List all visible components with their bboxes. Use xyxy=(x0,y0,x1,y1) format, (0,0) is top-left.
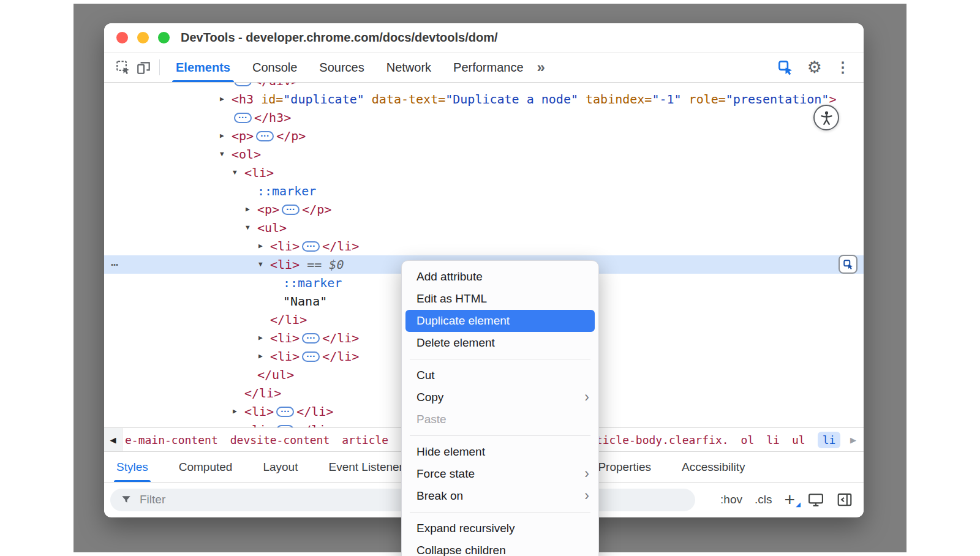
expand-arrow-icon[interactable]: ▶ xyxy=(246,200,250,219)
token-attr: data-text= xyxy=(372,92,445,107)
expand-arrow-icon[interactable]: ▶ xyxy=(233,421,237,427)
tab-accessibility[interactable]: Accessibility xyxy=(672,452,755,482)
expand-arrow-icon[interactable]: ▶ xyxy=(258,237,263,255)
token-pseudo: ::marker xyxy=(257,184,316,198)
inspect-badge-icon[interactable] xyxy=(839,255,858,274)
context-menu-item-hide-element[interactable]: Hide element xyxy=(402,441,598,463)
kebab-menu-icon[interactable]: ⋮ xyxy=(835,60,850,75)
dom-tree-row[interactable]: ▼<ol> xyxy=(104,145,864,163)
minimize-button[interactable] xyxy=(137,32,149,43)
context-menu-item-force-state[interactable]: Force state xyxy=(402,463,598,485)
expand-arrow-icon[interactable]: ▶ xyxy=(258,347,263,366)
inspect-icon[interactable] xyxy=(113,57,134,78)
token-tag: </p> xyxy=(302,202,331,217)
tab-layout[interactable]: Layout xyxy=(253,452,307,482)
expand-arrow-icon[interactable]: ▶ xyxy=(233,402,237,421)
context-menu-item-delete-element[interactable]: Delete element xyxy=(402,332,598,354)
collapse-arrow-icon[interactable]: ▼ xyxy=(258,255,263,274)
funnel-filter-icon xyxy=(120,494,132,506)
dom-tree-row[interactable]: ▶<p>···</p> xyxy=(104,127,864,145)
breadcrumb-scroll-right-button[interactable]: ▶ xyxy=(843,428,864,451)
token-tag: </p> xyxy=(276,129,306,143)
ellipsis-expand-button[interactable]: ··· xyxy=(302,241,320,252)
context-menu-item-break-on[interactable]: Break on xyxy=(402,485,598,507)
ellipsis-expand-button[interactable]: ··· xyxy=(234,113,252,123)
breadcrumb-item-devsite-content[interactable]: devsite-content xyxy=(230,434,330,446)
ellipsis-expand-button[interactable]: ··· xyxy=(302,333,320,344)
dom-tree-row[interactable]: ▶<li>···</li> xyxy=(104,237,864,255)
rendering-emulations-icon[interactable] xyxy=(807,492,824,507)
menu-separator xyxy=(410,435,590,436)
zoom-button[interactable] xyxy=(158,32,170,43)
breadcrumb-scroll-left-button[interactable]: ◀ xyxy=(104,428,123,451)
token-plain xyxy=(364,92,372,107)
ellipsis-expand-button[interactable]: ··· xyxy=(256,131,274,141)
token-tag: <p> xyxy=(232,129,254,143)
token-plain xyxy=(322,257,329,272)
settings-gear-icon[interactable]: ⚙ xyxy=(807,59,822,76)
token-tag: </h3> xyxy=(254,110,291,125)
dom-tree-row[interactable]: ::marker xyxy=(104,182,864,200)
context-menu-item-add-attribute[interactable]: Add attribute xyxy=(402,266,598,288)
token-tag: <li> xyxy=(244,423,274,427)
new-style-rule-button[interactable]: +◢ xyxy=(784,490,795,509)
context-menu-item-duplicate-element[interactable]: Duplicate element xyxy=(405,310,595,332)
token-tag: </li> xyxy=(322,349,359,364)
token-tag: <li> xyxy=(270,331,300,345)
tab-elements[interactable]: Elements xyxy=(165,53,241,82)
dom-tree-row[interactable]: ▶<h3 id="duplicate" data-text="Duplicate… xyxy=(104,90,864,108)
collapse-arrow-icon[interactable]: ▼ xyxy=(233,163,237,182)
token-attr: tabindex= xyxy=(586,92,652,107)
context-menu-item-paste[interactable]: Paste xyxy=(402,408,598,430)
window-titlebar: DevTools - developer.chrome.com/docs/dev… xyxy=(104,23,864,53)
context-menu-item-collapse-children[interactable]: Collapse children xyxy=(402,539,598,556)
dom-tree-row[interactable]: ···</div> xyxy=(104,83,864,90)
breadcrumb-item-ol[interactable]: ol xyxy=(741,434,755,446)
row-overflow-menu[interactable]: ⋯ xyxy=(111,255,118,274)
expand-arrow-icon[interactable]: ▶ xyxy=(220,90,224,108)
breadcrumb-item-article[interactable]: article xyxy=(342,434,388,446)
expand-arrow-icon[interactable]: ▶ xyxy=(258,329,263,347)
class-toggle[interactable]: .cls xyxy=(755,493,772,506)
ellipsis-expand-button[interactable]: ··· xyxy=(276,407,294,417)
context-menu-item-cut[interactable]: Cut xyxy=(402,364,598,386)
device-toolbar-icon[interactable] xyxy=(134,57,154,78)
filter-placeholder: Filter xyxy=(140,493,165,506)
tab-properties[interactable]: Properties xyxy=(588,452,661,482)
context-menu-item-expand-recursively[interactable]: Expand recursively xyxy=(402,517,598,539)
expand-arrow-icon[interactable]: ▶ xyxy=(220,127,224,145)
dom-tree-row[interactable]: ▼<li> xyxy=(104,163,864,182)
toolbar-right-icons: ⚙ ⋮ xyxy=(777,59,864,76)
long-press-corner-icon: ◢ xyxy=(796,502,801,508)
tab-console[interactable]: Console xyxy=(241,53,308,82)
accessibility-icon[interactable] xyxy=(813,105,839,130)
tab-computed[interactable]: Computed xyxy=(169,452,243,482)
pseudo-state-toggle[interactable]: :hov xyxy=(720,493,742,506)
toggle-sidebar-icon[interactable] xyxy=(837,492,853,507)
dom-tree-row[interactable]: ···</h3> xyxy=(104,108,864,127)
collapse-arrow-icon[interactable]: ▼ xyxy=(220,145,224,163)
tab-styles[interactable]: Styles xyxy=(107,452,158,482)
tab-performance[interactable]: Performance xyxy=(442,53,535,82)
ellipsis-expand-button[interactable]: ··· xyxy=(282,205,300,215)
breadcrumb-item-article-body-clearfix[interactable]: article-body.clearfix. xyxy=(582,434,728,446)
token-plain xyxy=(578,92,586,107)
context-menu-item-edit-as-html[interactable]: Edit as HTML xyxy=(402,288,598,310)
breadcrumb-item-li[interactable]: li xyxy=(818,432,841,448)
token-tag: <li> xyxy=(244,404,274,419)
dom-tree-row[interactable]: ▼<ul> xyxy=(104,219,864,237)
ellipsis-expand-button[interactable]: ··· xyxy=(302,351,320,362)
breadcrumb-item-e-main-content[interactable]: e-main-content xyxy=(125,434,218,446)
inspect-badge-icon[interactable] xyxy=(777,59,794,76)
token-tag: </li> xyxy=(296,404,333,419)
breadcrumb-item-ul[interactable]: ul xyxy=(792,434,805,446)
tab-network[interactable]: Network xyxy=(375,53,442,82)
more-tabs-button[interactable]: » xyxy=(537,59,545,76)
breadcrumb-item-li[interactable]: li xyxy=(766,434,780,446)
ellipsis-expand-button[interactable]: ··· xyxy=(234,83,252,86)
context-menu-item-copy[interactable]: Copy xyxy=(402,386,598,408)
close-button[interactable] xyxy=(116,32,128,43)
collapse-arrow-icon[interactable]: ▼ xyxy=(246,219,250,237)
tab-sources[interactable]: Sources xyxy=(308,53,375,82)
dom-tree-row[interactable]: ▶<p>···</p> xyxy=(104,200,864,219)
